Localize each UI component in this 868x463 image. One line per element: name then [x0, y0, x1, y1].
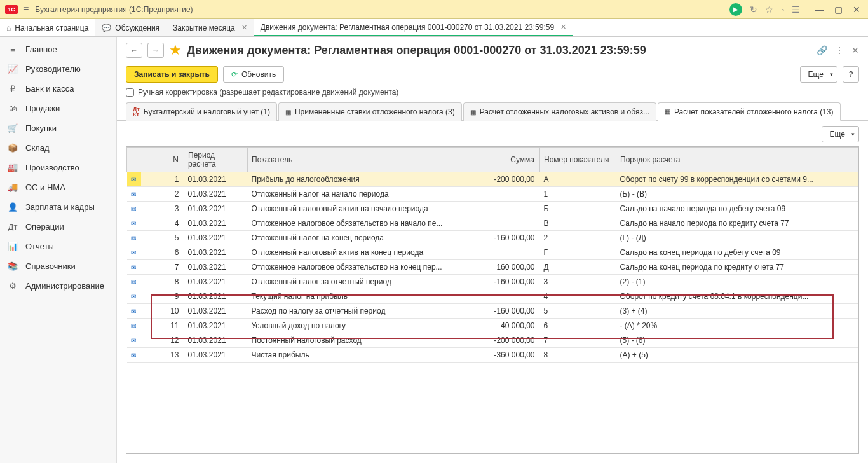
help-button[interactable]: ? [843, 66, 859, 83]
sidebar-item[interactable]: ₽Банк и касса [0, 79, 116, 99]
history-icon[interactable]: ↻ [750, 4, 757, 15]
sidebar-label: Продажи [25, 104, 60, 113]
manual-edit-row: Ручная корректировка (разрешает редактир… [117, 88, 868, 102]
close-icon[interactable]: ✕ [241, 24, 247, 32]
toolbar: Записать и закрыть ⟳Обновить Еще ? [117, 64, 868, 88]
save-close-button[interactable]: Записать и закрыть [126, 66, 218, 83]
star-icon[interactable]: ☆ [765, 4, 773, 15]
col-n[interactable]: N [127, 148, 184, 172]
sidebar-icon: ₽ [8, 84, 18, 93]
sidebar-item[interactable]: 🛒Покупки [0, 118, 116, 138]
sidebar-item[interactable]: 📈Руководителю [0, 59, 116, 79]
row-marker-icon: ✉ [131, 235, 136, 242]
table-row[interactable]: ✉101.03.2021Прибыль до налогообложения-2… [127, 172, 858, 187]
favorite-icon[interactable]: ★ [169, 42, 182, 59]
refresh-icon: ⟳ [231, 70, 238, 79]
grid-icon: ▦ [665, 108, 670, 115]
col-num[interactable]: Номер показателя [540, 148, 616, 172]
tab-document[interactable]: Движения документа: Регламентная операци… [254, 19, 573, 36]
row-marker-icon: ✉ [131, 176, 136, 183]
sidebar-item[interactable]: 📚Справочники [0, 256, 116, 276]
sidebar-icon: 🛒 [8, 123, 18, 133]
manual-edit-checkbox[interactable] [126, 88, 134, 97]
sidebar-icon: Дт [8, 222, 18, 232]
table-container: N Период расчета Показатель Сумма Номер … [126, 146, 859, 454]
manual-edit-label: Ручная корректировка (разрешает редактир… [138, 88, 398, 97]
table-row[interactable]: ✉501.03.2021Отложенный налог на конец пе… [127, 231, 858, 245]
data-table: N Период расчета Показатель Сумма Номер … [126, 147, 858, 363]
table-row[interactable]: ✉701.03.2021Отложенное налоговое обязате… [127, 260, 858, 275]
nav-back-button[interactable]: ← [126, 43, 142, 58]
app-title: Бухгалтерия предприятия (1С:Предприятие) [35, 5, 193, 14]
home-icon: ⌂ [6, 24, 11, 32]
sidebar-icon: 🏭 [8, 163, 18, 172]
col-period[interactable]: Период расчета [184, 148, 248, 172]
sidebar-item[interactable]: ≡Главное [0, 39, 116, 59]
sidebar-item[interactable]: ДтОперации [0, 217, 116, 237]
window-max-icon[interactable]: ▢ [832, 4, 845, 15]
subtab-calc-assets[interactable]: ▦Расчет отложенных налоговых активов и о… [463, 102, 656, 121]
menu-icon[interactable]: ≡ [23, 4, 29, 15]
table-row[interactable]: ✉801.03.2021Отложенный налог за отчетный… [127, 275, 858, 289]
sidebar-item[interactable]: ⚙Администрирование [0, 276, 116, 296]
table-row[interactable]: ✉901.03.2021Текущий налог на прибыль4Обо… [127, 289, 858, 304]
sidebar-item[interactable]: 📊Отчеты [0, 237, 116, 256]
sidebar-icon: 🛍 [8, 104, 18, 113]
tab-month-close[interactable]: Закрытие месяца ✕ [166, 19, 254, 36]
subtab-accounting[interactable]: ДтКтБухгалтерский и налоговый учет (1) [126, 102, 277, 121]
subtabs: ДтКтБухгалтерский и налоговый учет (1) ▦… [117, 102, 868, 121]
sidebar-label: Производство [25, 163, 79, 172]
sidebar-icon: ≡ [8, 45, 18, 54]
notify-icon[interactable]: ◦ [781, 4, 784, 15]
filter-icon[interactable]: ☰ [792, 4, 800, 15]
table-row[interactable]: ✉1201.03.2021Постоянный налоговый расход… [127, 333, 858, 348]
link-icon[interactable]: 🔗 [817, 45, 827, 55]
row-marker-icon: ✉ [131, 279, 136, 286]
nav-fwd-button[interactable]: → [147, 43, 164, 58]
page-title: Движения документа: Регламентная операци… [187, 44, 646, 57]
sidebar-icon: 🚚 [8, 183, 18, 192]
sidebar-label: Склад [25, 143, 50, 153]
subtab-rates[interactable]: ▦Примененные ставки отложенного налога (… [278, 102, 462, 121]
table-row[interactable]: ✉601.03.2021Отложенный налоговый актив н… [127, 245, 858, 260]
table-row[interactable]: ✉401.03.2021Отложенное налоговое обязате… [127, 216, 858, 231]
table-row[interactable]: ✉201.03.2021Отложенный налог на начало п… [127, 187, 858, 202]
row-marker-icon: ✉ [131, 337, 136, 344]
sidebar-label: Главное [25, 45, 57, 54]
table-row[interactable]: ✉1101.03.2021Условный доход по налогу40 … [127, 319, 858, 333]
sidebar-item[interactable]: 🚚ОС и НМА [0, 177, 116, 197]
sidebar-icon: 👤 [8, 202, 18, 212]
subtab-calc-indicators[interactable]: ▦Расчет показателей отложенного налога (… [658, 102, 841, 121]
window-close-icon[interactable]: ✕ [850, 4, 863, 15]
refresh-button[interactable]: ⟳Обновить [223, 66, 284, 83]
table-row[interactable]: ✉1301.03.2021Чистая прибыль-360 000,008(… [127, 348, 858, 363]
window-min-icon[interactable]: — [813, 4, 827, 15]
run-icon[interactable]: ▶ [729, 3, 742, 16]
row-marker-icon: ✉ [131, 220, 136, 227]
row-marker-icon: ✉ [131, 322, 136, 329]
more-icon[interactable]: ⋮ [835, 45, 844, 55]
sidebar-item[interactable]: 📦Склад [0, 138, 116, 158]
sidebar-label: Справочники [25, 261, 76, 271]
sidebar-label: Зарплата и кадры [25, 202, 95, 212]
table-row[interactable]: ✉1001.03.2021Расход по налогу за отчетны… [127, 304, 858, 319]
row-marker-icon: ✉ [131, 352, 136, 359]
sidebar-item[interactable]: 🏭Производство [0, 158, 116, 177]
table-more-button[interactable]: Еще [822, 126, 859, 142]
logo-1c: 1C [5, 5, 18, 14]
row-marker-icon: ✉ [131, 308, 136, 315]
sidebar-item[interactable]: 🛍Продажи [0, 99, 116, 118]
sidebar-icon: ⚙ [8, 281, 18, 291]
row-marker-icon: ✉ [131, 264, 136, 271]
col-order[interactable]: Порядок расчета [616, 148, 858, 172]
page-header: ← → ★ Движения документа: Регламентная о… [117, 37, 868, 64]
col-sum[interactable]: Сумма [451, 148, 540, 172]
close-page-icon[interactable]: ✕ [851, 45, 859, 55]
col-indicator[interactable]: Показатель [248, 148, 451, 172]
table-row[interactable]: ✉301.03.2021Отложенный налоговый актив н… [127, 202, 858, 216]
sidebar-item[interactable]: 👤Зарплата и кадры [0, 197, 116, 217]
close-icon[interactable]: ✕ [560, 23, 566, 31]
tab-discussions[interactable]: 💬 Обсуждения [95, 19, 166, 36]
more-button[interactable]: Еще [800, 66, 837, 83]
tab-home[interactable]: ⌂ Начальная страница [0, 19, 95, 36]
